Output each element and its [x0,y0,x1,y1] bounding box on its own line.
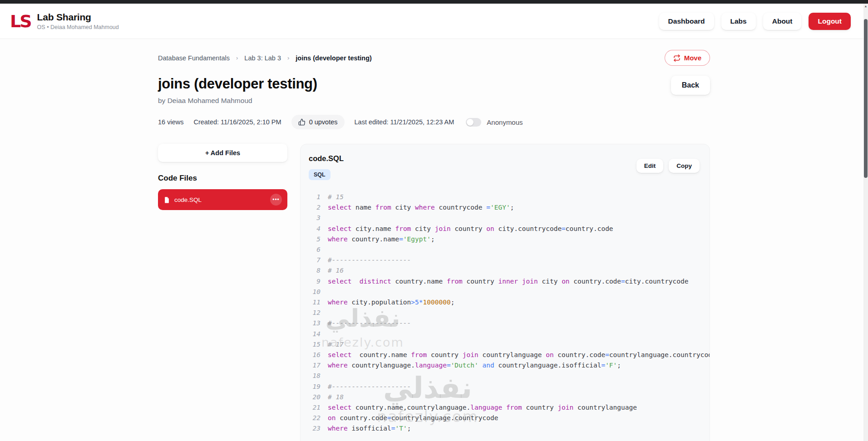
page-container: Database Fundamentals › Lab 3: Lab 3 › j… [158,39,710,441]
code-line: 4select city.name from city join country… [309,224,710,234]
code-line: 21select country.name,countrylanguage.la… [309,402,710,413]
files-sidebar: + Add Files Code Files code.SQL ••• [158,144,287,210]
brand-text: Lab Sharing OS • Deiaa Mohamed Mahmoud [37,12,119,30]
viewer-actions: Edit Copy [636,159,700,173]
nav-about-button[interactable]: About [763,13,802,30]
ellipsis-icon: ••• [272,197,280,202]
move-button[interactable]: Move [665,50,710,66]
breadcrumb: Database Fundamentals › Lab 3: Lab 3 › j… [158,54,372,62]
created-timestamp: Created: 11/16/2025, 2:10 PM [193,118,281,126]
title-row: joins (developer testing) by Deiaa Moham… [158,76,710,105]
code-line: 22on country.code=countrylanguage.countr… [309,413,710,423]
code-line: 17where countrylanguage.language='Dutch'… [309,360,710,371]
thumbs-up-icon [298,118,306,126]
code-line: 5where country.name='Egypt'; [309,234,710,245]
toggle-knob [467,119,473,126]
code-line: 10 [309,287,710,297]
page-title: joins (developer testing) [158,76,317,92]
swap-arrows-icon [673,54,681,62]
breadcrumb-course[interactable]: Database Fundamentals [158,54,230,62]
code-line: 2select name from city where countrycode… [309,202,710,213]
add-files-button[interactable]: + Add Files [158,144,287,162]
code-line: 23where isofficial='T'; [309,423,710,434]
nav-labs-button[interactable]: Labs [721,13,756,30]
code-line: 8# 16 [309,265,710,276]
app-header: LS Lab Sharing OS • Deiaa Mohamed Mahmou… [0,4,868,39]
code-line: 16select country.name from country join … [309,350,710,360]
top-dark-bar [0,0,868,4]
scroll-up-icon[interactable]: ▲ [863,5,868,8]
copy-button[interactable]: Copy [669,159,700,173]
anonymous-toggle[interactable] [466,118,481,127]
language-badge: SQL [309,169,330,180]
code-line: 11where city.population>5*1000000; [309,297,710,308]
stats-row: 16 views Created: 11/16/2025, 2:10 PM 0 … [158,115,710,129]
code-line: 1# 15 [309,192,710,202]
viewer-header: code.SQL SQL Edit Copy [309,154,710,180]
last-edited-timestamp: Last edited: 11/21/2025, 12:23 AM [355,118,454,126]
page-scrollbar[interactable]: ▲ [863,4,868,441]
code-line: 15# 17 [309,339,710,350]
breadcrumb-current: joins (developer testing) [296,54,372,62]
views-count: 16 views [158,118,183,126]
code-line: 9select distinct country.name from count… [309,276,710,287]
chevron-right-icon: › [236,54,238,61]
chevron-right-icon: › [287,54,289,61]
code-line: 3 [309,213,710,223]
file-item-code-sql[interactable]: code.SQL ••• [158,189,287,210]
breadcrumb-lab[interactable]: Lab 3: Lab 3 [244,54,281,62]
code-line: 19#-------------------- [309,382,710,392]
content-row: + Add Files Code Files code.SQL ••• code… [158,144,710,441]
code-block[interactable]: 1# 152select name from city where countr… [309,192,710,434]
app-logo[interactable]: LS [10,13,31,30]
top-nav: Dashboard Labs About Logout [659,13,851,30]
file-options-button[interactable]: ••• [270,194,282,206]
anonymous-toggle-group: Anonymous [466,118,523,127]
upvote-button[interactable]: 0 upvotes [291,115,345,129]
breadcrumb-row: Database Fundamentals › Lab 3: Lab 3 › j… [158,50,710,66]
code-viewer-panel: code.SQL SQL Edit Copy 1# 152select name… [300,144,710,441]
code-line: 6 [309,245,710,255]
anonymous-label: Anonymous [487,118,523,126]
code-line: 20# 18 [309,392,710,402]
code-files-heading: Code Files [158,174,287,183]
author-byline: by Deiaa Mohamed Mahmoud [158,97,317,105]
file-icon [163,196,170,203]
nav-dashboard-button[interactable]: Dashboard [659,13,714,30]
edit-button[interactable]: Edit [636,159,664,173]
back-button[interactable]: Back [671,76,710,95]
app-title: Lab Sharing [37,12,119,23]
file-name-label: code.SQL [174,196,202,203]
code-line: 13#-------------------- [309,318,710,328]
code-line: 12 [309,308,710,318]
logout-button[interactable]: Logout [809,13,851,30]
scrollbar-thumb[interactable] [864,19,868,178]
code-line: 18 [309,371,710,381]
code-line: 14 [309,329,710,339]
move-button-label: Move [684,54,701,62]
upvote-count-label: 0 upvotes [309,118,338,126]
code-line: 7#-------------------- [309,255,710,265]
app-subtitle: OS • Deiaa Mohamed Mahmoud [37,24,119,30]
